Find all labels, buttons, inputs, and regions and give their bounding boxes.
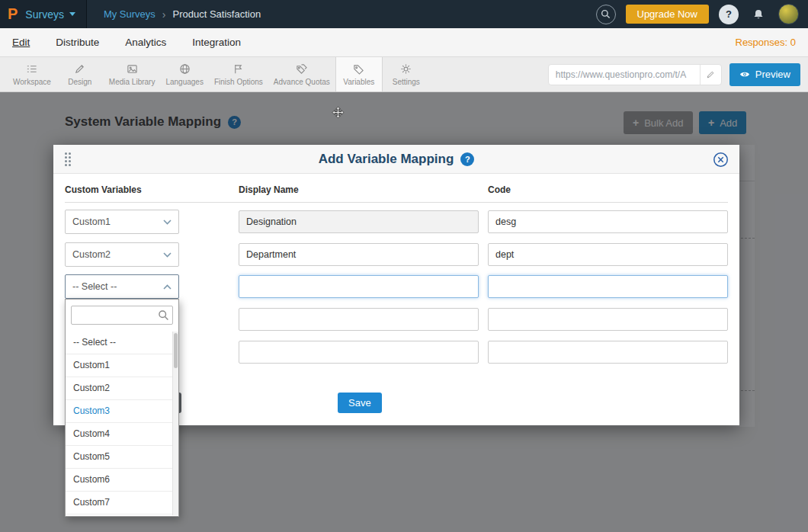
edit-url-pencil-icon[interactable] [700,65,721,85]
caret-down-icon [69,12,75,16]
dropdown-scrollbar-thumb[interactable] [174,333,178,368]
dropdown-option[interactable]: -- Select -- [66,332,172,354]
drag-handle-icon[interactable] [65,152,71,166]
workspace-icon [26,63,37,75]
column-code: Code [488,184,728,202]
column-display-name: Display Name [239,184,488,202]
display-name-input[interactable] [239,275,479,298]
tab-integration[interactable]: Integration [192,37,241,48]
app-window: P Surveys My Surveys › Product Satisfact… [0,0,808,532]
toolbar-item-advance-quotas[interactable]: Advance Quotas [268,57,335,91]
toolbar-item-finish-options[interactable]: Finish Options [209,57,268,91]
help-icon[interactable]: ? [719,5,739,24]
notifications-bell-icon[interactable] [749,5,768,24]
top-bar: P Surveys My Surveys › Product Satisfact… [0,0,808,28]
dropdown-option[interactable]: Custom1 [66,354,172,377]
display-name-input[interactable] [239,243,479,266]
custom-variable-select[interactable]: Custom2 [65,242,179,267]
custom-variable-select-open[interactable]: -- Select -- [65,274,179,299]
chevron-up-icon [163,284,172,290]
upgrade-now-button[interactable]: Upgrade Now [626,5,710,24]
tab-distribute[interactable]: Distribute [56,37,99,48]
responses-count: Responses: 0 [736,37,797,48]
tab-edit[interactable]: Edit [12,37,30,48]
breadcrumb-current-survey: Product Satisfaction [173,8,261,20]
dialog-help-icon[interactable]: ? [460,152,474,166]
breadcrumb-separator: › [162,8,166,21]
survey-url-field[interactable]: https://www.questionpro.com/t/A [548,64,722,85]
settings-gear-icon [400,63,412,75]
variable-row: Custom1 [65,210,728,234]
toolbar-item-workspace[interactable]: Workspace [8,57,56,91]
toolbar-item-settings[interactable]: Settings [383,57,430,91]
code-input[interactable] [488,243,728,266]
design-icon [74,63,85,75]
media-library-icon [127,63,138,75]
code-input[interactable] [488,308,728,331]
save-button[interactable]: Save [338,393,382,413]
dropdown-scrollbar[interactable] [172,332,178,515]
code-input[interactable] [488,275,728,298]
toolbar-item-languages[interactable]: Languages [160,57,209,91]
column-custom-variables: Custom Variables [65,184,239,202]
topbar-actions: Upgrade Now ? [596,4,808,24]
dropdown-options-list: -- Select -- Custom1 Custom2 Custom3 Cus… [66,332,172,516]
advance-quotas-icon [296,63,307,75]
dropdown-search-wrap [71,306,173,325]
variable-row: Custom2 [65,242,728,267]
dropdown-option[interactable]: Custom2 [66,377,172,400]
dialog-title: Add Variable Mapping ? [53,152,739,167]
select-value: -- Select -- [72,281,117,292]
search-icon [158,309,169,321]
chevron-down-icon [163,252,172,258]
chevron-down-icon [163,220,172,225]
display-name-input[interactable] [239,210,479,233]
brand-area: P Surveys [0,0,87,28]
surveys-menu-label: Surveys [25,8,64,21]
toolbar-item-media-library[interactable]: Media Library [104,57,161,91]
edit-toolbar: Workspace Design Media Library Languages… [0,57,808,92]
breadcrumb-my-surveys[interactable]: My Surveys [104,8,156,20]
column-headers: Custom Variables Display Name Code [65,184,728,203]
code-input[interactable] [488,210,728,233]
dialog-header: Add Variable Mapping ? [53,145,739,174]
surveys-menu[interactable]: Surveys [25,8,75,21]
finish-options-icon [232,63,244,75]
code-input[interactable] [488,341,728,364]
add-variable-mapping-dialog: Add Variable Mapping ? Custom Variables … [53,145,739,425]
dropdown-option[interactable]: Custom5 [66,446,172,469]
close-icon[interactable] [713,152,729,171]
languages-icon [179,63,191,75]
display-name-input[interactable] [239,308,479,331]
toolbar-item-variables[interactable]: Variables [335,57,383,91]
display-name-input[interactable] [239,341,479,364]
toolbar-item-design[interactable]: Design [56,57,104,91]
dropdown-option[interactable]: Custom7 [66,492,172,514]
main-nav: Edit Distribute Analytics Integration Re… [0,28,808,57]
questionpro-logo: P [8,5,18,23]
select-value: Custom1 [72,216,111,227]
select-value: Custom2 [72,249,111,260]
custom-variable-dropdown-panel: -- Select -- Custom1 Custom2 Custom3 Cus… [65,299,179,517]
dropdown-option[interactable]: Custom4 [66,423,172,446]
variables-tag-icon [353,63,364,75]
dropdown-option-highlighted[interactable]: Custom3 [66,400,172,423]
survey-url-text: https://www.questionpro.com/t/A [556,69,700,80]
tab-analytics[interactable]: Analytics [125,37,166,48]
preview-button[interactable]: Preview [729,63,800,86]
search-icon[interactable] [596,5,616,24]
eye-icon [739,70,750,79]
breadcrumb: My Surveys › Product Satisfaction [104,8,261,21]
user-avatar[interactable] [778,4,799,24]
dropdown-option[interactable]: Custom6 [66,469,172,492]
custom-variable-select[interactable]: Custom1 [65,210,179,234]
variable-row: -- Select -- [65,274,728,299]
